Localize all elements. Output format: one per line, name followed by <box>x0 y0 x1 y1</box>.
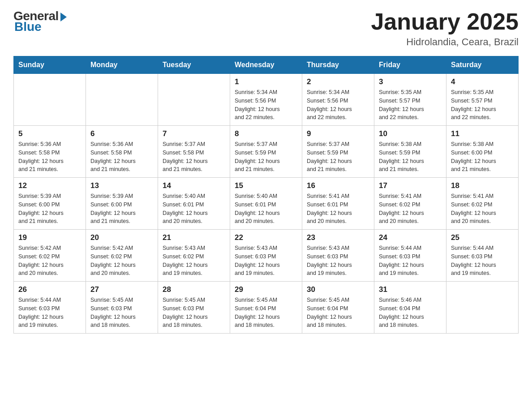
day-number: 3 <box>379 77 442 86</box>
calendar-cell: 28Sunrise: 5:45 AM Sunset: 6:03 PM Dayli… <box>158 282 230 334</box>
day-info: Sunrise: 5:37 AM Sunset: 5:59 PM Dayligh… <box>235 140 297 174</box>
month-title: January 2025 <box>371 9 519 34</box>
day-number: 9 <box>307 129 369 138</box>
day-info: Sunrise: 5:43 AM Sunset: 6:02 PM Dayligh… <box>163 244 225 278</box>
calendar-cell: 18Sunrise: 5:41 AM Sunset: 6:02 PM Dayli… <box>446 178 519 230</box>
title-section: January 2025 Hidrolandia, Ceara, Brazil <box>371 9 519 48</box>
logo-arrow-icon <box>60 13 67 21</box>
calendar-week-row-3: 12Sunrise: 5:39 AM Sunset: 6:00 PM Dayli… <box>14 178 519 230</box>
calendar-header-cell-saturday: Saturday <box>446 56 519 74</box>
calendar-cell <box>14 74 86 126</box>
day-number: 28 <box>163 285 225 294</box>
calendar-cell: 19Sunrise: 5:42 AM Sunset: 6:02 PM Dayli… <box>14 230 86 282</box>
day-info: Sunrise: 5:42 AM Sunset: 6:02 PM Dayligh… <box>18 244 81 278</box>
calendar-cell: 31Sunrise: 5:46 AM Sunset: 6:04 PM Dayli… <box>374 282 446 334</box>
day-info: Sunrise: 5:45 AM Sunset: 6:04 PM Dayligh… <box>307 296 369 330</box>
day-info: Sunrise: 5:41 AM Sunset: 6:01 PM Dayligh… <box>307 192 369 226</box>
day-number: 12 <box>18 181 81 190</box>
calendar-cell: 8Sunrise: 5:37 AM Sunset: 5:59 PM Daylig… <box>230 126 302 178</box>
calendar-cell: 25Sunrise: 5:44 AM Sunset: 6:03 PM Dayli… <box>446 230 519 282</box>
day-number: 14 <box>163 181 225 190</box>
day-info: Sunrise: 5:45 AM Sunset: 6:03 PM Dayligh… <box>90 296 153 330</box>
calendar-header-cell-friday: Friday <box>374 56 446 74</box>
calendar-cell: 6Sunrise: 5:36 AM Sunset: 5:58 PM Daylig… <box>86 126 158 178</box>
day-number: 1 <box>235 77 297 86</box>
calendar-cell: 2Sunrise: 5:34 AM Sunset: 5:56 PM Daylig… <box>302 74 374 126</box>
calendar-body: 1Sunrise: 5:34 AM Sunset: 5:56 PM Daylig… <box>14 74 519 334</box>
calendar-cell: 4Sunrise: 5:35 AM Sunset: 5:57 PM Daylig… <box>446 74 519 126</box>
day-number: 27 <box>90 285 153 294</box>
calendar-cell <box>158 74 230 126</box>
day-number: 8 <box>235 129 297 138</box>
calendar-cell: 5Sunrise: 5:36 AM Sunset: 5:58 PM Daylig… <box>14 126 86 178</box>
calendar-cell: 13Sunrise: 5:39 AM Sunset: 6:00 PM Dayli… <box>86 178 158 230</box>
calendar-table: SundayMondayTuesdayWednesdayThursdayFrid… <box>13 56 519 334</box>
day-number: 26 <box>18 285 81 294</box>
day-number: 24 <box>379 233 442 242</box>
calendar-cell: 20Sunrise: 5:42 AM Sunset: 6:02 PM Dayli… <box>86 230 158 282</box>
logo-blue-text: Blue <box>14 20 42 34</box>
day-info: Sunrise: 5:40 AM Sunset: 6:01 PM Dayligh… <box>163 192 225 226</box>
day-info: Sunrise: 5:43 AM Sunset: 6:03 PM Dayligh… <box>307 244 369 278</box>
calendar-cell: 15Sunrise: 5:40 AM Sunset: 6:01 PM Dayli… <box>230 178 302 230</box>
day-info: Sunrise: 5:36 AM Sunset: 5:58 PM Dayligh… <box>90 140 153 174</box>
day-info: Sunrise: 5:45 AM Sunset: 6:03 PM Dayligh… <box>163 296 225 330</box>
calendar-cell <box>86 74 158 126</box>
calendar-cell: 24Sunrise: 5:44 AM Sunset: 6:03 PM Dayli… <box>374 230 446 282</box>
day-info: Sunrise: 5:41 AM Sunset: 6:02 PM Dayligh… <box>451 192 514 226</box>
calendar-header: SundayMondayTuesdayWednesdayThursdayFrid… <box>14 56 519 74</box>
calendar-header-row: SundayMondayTuesdayWednesdayThursdayFrid… <box>14 56 519 74</box>
day-info: Sunrise: 5:44 AM Sunset: 6:03 PM Dayligh… <box>451 244 514 278</box>
day-number: 5 <box>18 129 81 138</box>
day-info: Sunrise: 5:36 AM Sunset: 5:58 PM Dayligh… <box>18 140 81 174</box>
day-number: 22 <box>235 233 297 242</box>
calendar-header-cell-sunday: Sunday <box>14 56 86 74</box>
logo: General Blue <box>13 9 67 34</box>
day-number: 21 <box>163 233 225 242</box>
calendar-week-row-1: 1Sunrise: 5:34 AM Sunset: 5:56 PM Daylig… <box>14 74 519 126</box>
day-number: 15 <box>235 181 297 190</box>
location-text: Hidrolandia, Ceara, Brazil <box>371 36 519 48</box>
day-number: 20 <box>90 233 153 242</box>
calendar-cell: 7Sunrise: 5:37 AM Sunset: 5:58 PM Daylig… <box>158 126 230 178</box>
day-info: Sunrise: 5:40 AM Sunset: 6:01 PM Dayligh… <box>235 192 297 226</box>
day-info: Sunrise: 5:44 AM Sunset: 6:03 PM Dayligh… <box>379 244 442 278</box>
day-info: Sunrise: 5:34 AM Sunset: 5:56 PM Dayligh… <box>235 88 297 122</box>
day-number: 17 <box>379 181 442 190</box>
calendar-cell: 22Sunrise: 5:43 AM Sunset: 6:03 PM Dayli… <box>230 230 302 282</box>
day-number: 30 <box>307 285 369 294</box>
day-info: Sunrise: 5:41 AM Sunset: 6:02 PM Dayligh… <box>379 192 442 226</box>
calendar-cell: 16Sunrise: 5:41 AM Sunset: 6:01 PM Dayli… <box>302 178 374 230</box>
calendar-cell: 1Sunrise: 5:34 AM Sunset: 5:56 PM Daylig… <box>230 74 302 126</box>
day-info: Sunrise: 5:37 AM Sunset: 5:58 PM Dayligh… <box>163 140 225 174</box>
calendar-header-cell-thursday: Thursday <box>302 56 374 74</box>
calendar-header-cell-tuesday: Tuesday <box>158 56 230 74</box>
calendar-cell: 12Sunrise: 5:39 AM Sunset: 6:00 PM Dayli… <box>14 178 86 230</box>
day-number: 13 <box>90 181 153 190</box>
calendar-cell: 3Sunrise: 5:35 AM Sunset: 5:57 PM Daylig… <box>374 74 446 126</box>
calendar-header-cell-monday: Monday <box>86 56 158 74</box>
calendar-week-row-4: 19Sunrise: 5:42 AM Sunset: 6:02 PM Dayli… <box>14 230 519 282</box>
day-info: Sunrise: 5:37 AM Sunset: 5:59 PM Dayligh… <box>307 140 369 174</box>
day-number: 25 <box>451 233 514 242</box>
day-number: 16 <box>307 181 369 190</box>
day-number: 31 <box>379 285 442 294</box>
day-number: 18 <box>451 181 514 190</box>
day-info: Sunrise: 5:35 AM Sunset: 5:57 PM Dayligh… <box>451 88 514 122</box>
day-number: 11 <box>451 129 514 138</box>
day-number: 4 <box>451 77 514 86</box>
calendar-cell: 26Sunrise: 5:44 AM Sunset: 6:03 PM Dayli… <box>14 282 86 334</box>
day-info: Sunrise: 5:39 AM Sunset: 6:00 PM Dayligh… <box>90 192 153 226</box>
calendar-cell: 27Sunrise: 5:45 AM Sunset: 6:03 PM Dayli… <box>86 282 158 334</box>
day-info: Sunrise: 5:45 AM Sunset: 6:04 PM Dayligh… <box>235 296 297 330</box>
day-info: Sunrise: 5:38 AM Sunset: 5:59 PM Dayligh… <box>379 140 442 174</box>
day-number: 19 <box>18 233 81 242</box>
day-info: Sunrise: 5:42 AM Sunset: 6:02 PM Dayligh… <box>90 244 153 278</box>
day-info: Sunrise: 5:43 AM Sunset: 6:03 PM Dayligh… <box>235 244 297 278</box>
page-header: General Blue January 2025 Hidrolandia, C… <box>13 9 519 48</box>
calendar-cell: 23Sunrise: 5:43 AM Sunset: 6:03 PM Dayli… <box>302 230 374 282</box>
day-info: Sunrise: 5:35 AM Sunset: 5:57 PM Dayligh… <box>379 88 442 122</box>
calendar-week-row-2: 5Sunrise: 5:36 AM Sunset: 5:58 PM Daylig… <box>14 126 519 178</box>
day-number: 23 <box>307 233 369 242</box>
calendar-cell: 10Sunrise: 5:38 AM Sunset: 5:59 PM Dayli… <box>374 126 446 178</box>
